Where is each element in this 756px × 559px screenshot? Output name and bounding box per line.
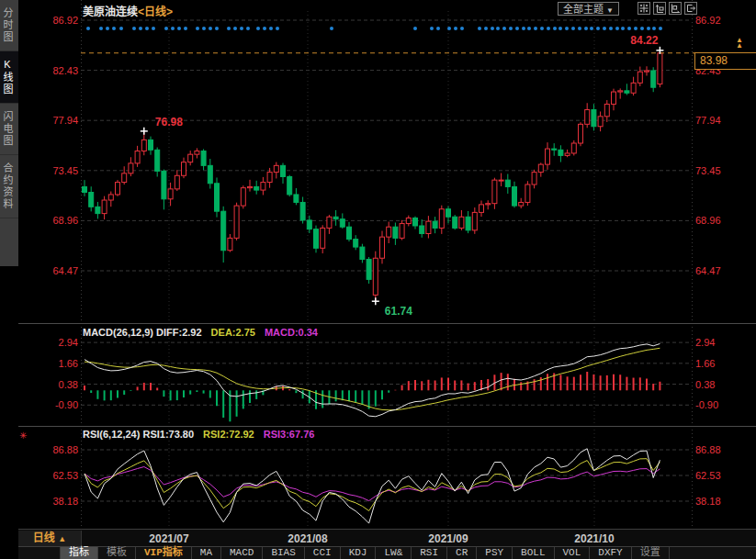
candlestick-layer [83,50,662,301]
sidebar-item-contract-info[interactable]: 合约资料 [0,155,18,218]
crosshair-icon[interactable] [638,2,650,15]
macd-histogram [85,372,660,421]
rsi3-value: RSI3:67.76 [264,429,315,440]
chart-tool-buttons [638,2,697,15]
svg-text:84.22: 84.22 [630,34,658,47]
svg-text:73.45: 73.45 [695,165,721,176]
rsi-name: RSI(6,12,24) RSI1:73.80 [83,429,194,440]
x-axis-label: 2021/10 [574,532,614,545]
indicator-tab-CCI[interactable]: CCI [305,547,341,559]
chart-title: 美原油连续<日线> [83,3,173,18]
macd-name: MACD(26,12,9) DIFF:2.92 [83,327,202,338]
indicator-tab-MA[interactable]: MA [192,547,221,559]
svg-text:77.94: 77.94 [695,115,721,126]
zoom-x-axis-icon[interactable] [669,2,682,15]
indicator-tab-模板[interactable]: 模板 [98,547,136,559]
gridlines [18,0,756,529]
svg-text:2.94: 2.94 [59,337,78,348]
x-axis-label: 2021/09 [428,532,468,545]
svg-text:2.94: 2.94 [695,337,715,348]
indicator-tab-VIP指标[interactable]: VIP指标 [136,547,192,559]
svg-text:61.74: 61.74 [385,305,412,318]
symbol-name: 美原油连续 [83,6,138,18]
chart-type-sidebar: 分时图 K线图 闪电图 合约资料 [0,0,18,266]
rsi-indicator-label: RSI(6,12,24) RSI1:73.80RSI2:72.92RSI3:67… [83,429,314,440]
price-markers: 76.9861.7484.22 [141,34,664,318]
svg-text:-0.90: -0.90 [695,399,718,410]
svg-text:82.43: 82.43 [52,65,78,76]
svg-text:38.18: 38.18 [52,496,78,507]
chart-plot[interactable]: 76.9861.7484.2286.9286.9282.4382.4377.94… [0,0,756,559]
svg-text:0.38: 0.38 [59,379,78,390]
svg-text:1.66: 1.66 [695,358,715,369]
indicator-tab-BIAS[interactable]: BIAS [263,547,304,559]
current-price-tag: 83.98 [694,52,756,70]
svg-text:73.45: 73.45 [52,165,78,176]
exit-fullscreen-icon[interactable] [684,2,697,15]
indicator-tab-DXFY[interactable]: DXFY [590,547,631,559]
indicator-tab-指标[interactable]: 指标 [60,547,98,559]
svg-text:1.66: 1.66 [59,358,78,369]
svg-text:68.96: 68.96 [695,215,721,226]
indicator-tab-VOL[interactable]: VOL [555,547,591,559]
svg-text:77.94: 77.94 [52,115,78,126]
dea-value: DEA:2.75 [211,327,255,338]
macd-indicator-label: MACD(26,12,9) DIFF:2.92DEA:2.75MACD:0.34 [83,327,318,338]
sidebar-item-time-chart[interactable]: 分时图 [0,0,18,51]
sidebar-item-lightning-chart[interactable]: 闪电图 [0,104,18,155]
svg-text:64.47: 64.47 [52,265,78,276]
period-tag: <日线> [138,6,173,18]
indicator-tabbar: 指标模板VIP指标MAMACDBIASCCIKDJLW&RSICRPSYBOLL… [18,546,756,559]
indicator-tab-CR[interactable]: CR [447,547,477,559]
indicator-tab-KDJ[interactable]: KDJ [341,547,377,559]
indicator-tab-RSI[interactable]: RSI [412,547,447,559]
svg-text:0.38: 0.38 [695,379,715,390]
svg-text:86.88: 86.88 [52,444,78,455]
x-axis-row: 日线 ▲ 2021/072021/082021/092021/10 [18,529,756,546]
svg-text:64.47: 64.47 [695,265,721,276]
svg-text:86.88: 86.88 [695,444,721,455]
rsi-lines [85,449,660,523]
triangle-up-icon: ▲ [58,534,66,543]
rsi2-value: RSI2:72.92 [203,429,254,440]
svg-text:76.98: 76.98 [155,116,183,129]
alert-icon: ✳ [19,430,27,441]
macd-value: MACD:0.34 [265,327,318,338]
news-dots [86,27,662,30]
svg-text:86.92: 86.92 [695,15,721,26]
sidebar-item-kline-chart[interactable]: K线图 [0,51,18,104]
price-up-arrow-icon: ▲▲ [736,38,743,49]
svg-text:86.92: 86.92 [52,15,78,26]
indicator-tab-BOLL[interactable]: BOLL [513,547,554,559]
svg-text:38.18: 38.18 [695,496,721,507]
zoom-y-axis-icon[interactable] [653,2,666,15]
chevron-down-icon: ▼ [606,6,614,15]
svg-text:-0.90: -0.90 [55,399,78,410]
theme-dropdown-button[interactable]: 全部主题 ▼ [558,2,619,16]
x-axis-label: 2021/08 [288,532,327,545]
indicator-tab-设置[interactable]: 设置 [632,547,670,559]
indicator-tab-LW&[interactable]: LW& [376,547,412,559]
svg-text:62.53: 62.53 [695,470,721,481]
x-axis-label: 2021/07 [149,532,188,545]
svg-text:68.96: 68.96 [52,215,78,226]
svg-text:62.53: 62.53 [52,470,78,481]
period-selector-button[interactable]: 日线 ▲ [18,531,82,546]
indicator-tab-MACD[interactable]: MACD [221,547,263,559]
trading-app-window: 分时图 K线图 闪电图 合约资料 美原油连续<日线> 全部主题 ▼ MACD(2… [0,0,756,559]
indicator-tab-PSY[interactable]: PSY [477,547,513,559]
